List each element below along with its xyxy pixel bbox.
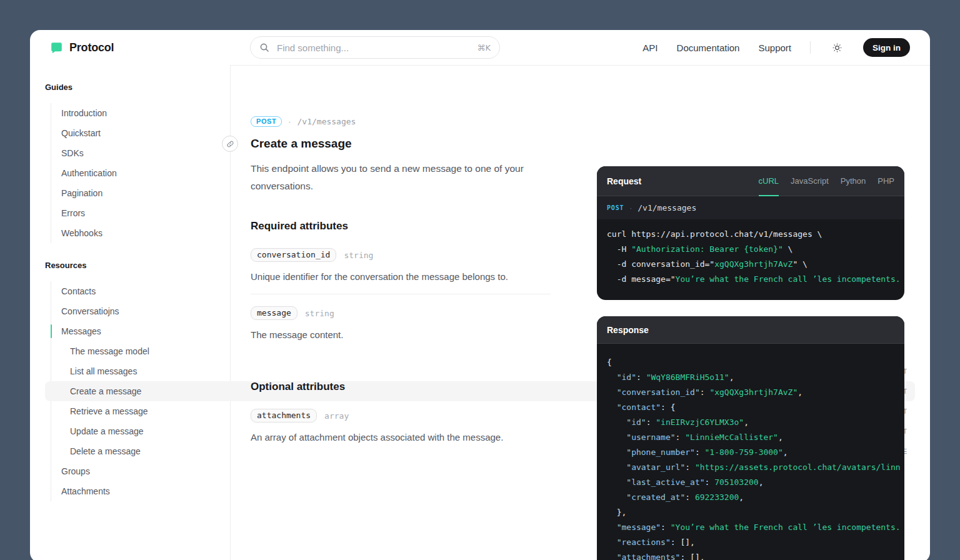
attribute-name: attachments [251,409,317,422]
request-separator: · [629,204,632,212]
nav-link-support[interactable]: Support [758,42,791,53]
tab-curl[interactable]: cURL [759,166,779,196]
attribute-description: Unique identifier for the conversation t… [251,271,508,282]
sidebar-item-introduction[interactable]: Introduction [61,103,915,123]
anchor-link-button[interactable] [222,136,238,152]
app-card: Protocol ⌘K API Documentation Support Si… [30,30,930,560]
search-input[interactable] [276,42,471,54]
page-description: This endpoint allows you to send a new m… [251,160,533,195]
request-method: POST [607,204,624,211]
attribute-name: message [251,306,298,320]
brand-logo[interactable]: Protocol [50,30,114,65]
attribute-type: array [324,411,349,421]
endpoint-path: /v1/messages [298,117,356,126]
request-endpoint-bar: POST · /v1/messages [597,196,904,219]
search-shortcut: ⌘K [477,43,491,52]
search-bar[interactable]: ⌘K [250,36,500,59]
header-divider [230,65,930,66]
tab-javascript[interactable]: JavaScript [791,166,829,196]
page-title: Create a message [251,137,352,151]
link-icon [226,140,234,148]
language-tabs: cURL JavaScript Python PHP [759,166,894,196]
endpoint-separator: · [288,117,291,126]
attribute-name: conversation_id [251,248,336,262]
attribute-row: conversation_id string [251,248,373,262]
response-panel-title: Response [607,325,649,335]
attribute-row: attachments array [251,409,349,422]
sign-in-button[interactable]: Sign in [863,38,910,57]
attribute-description: An array of attachment objects associate… [251,432,503,442]
attribute-row: message string [251,306,334,320]
nav-link-documentation[interactable]: Documentation [677,42,740,53]
brand-name: Protocol [69,41,114,54]
optional-attributes-heading: Optional attributes [251,381,345,393]
request-path: /v1/messages [638,203,696,212]
response-panel-header: Response [597,316,904,344]
attribute-type: string [305,309,334,318]
response-panel: Response { "id": "WqY86BMFRiH5o11", "con… [597,316,904,560]
sidebar-item-quickstart[interactable]: Quickstart [61,123,915,143]
theme-toggle-button[interactable] [829,40,844,55]
response-code-block: { "id": "WqY86BMFRiH5o11", "conversation… [597,344,904,560]
attribute-divider [251,294,551,294]
attribute-description: The message content. [251,329,343,340]
method-badge-post: POST [251,116,282,127]
top-nav: API Documentation Support Sign in [642,30,910,65]
section-title-guides: Guides [45,82,915,92]
endpoint-row: POST · /v1/messages [251,116,356,127]
sun-icon [832,42,842,53]
tab-php[interactable]: PHP [878,166,894,196]
required-attributes-heading: Required attributes [251,220,348,232]
tab-python[interactable]: Python [841,166,866,196]
chat-bubble-icon [50,41,63,54]
request-code-block: curl https://api.protocol.chat/v1/messag… [597,219,904,287]
search-icon [259,42,269,52]
nav-divider [810,41,811,54]
request-panel-title: Request [607,176,641,186]
nav-link-api[interactable]: API [642,42,658,53]
attribute-type: string [344,251,373,260]
request-panel: Request cURL JavaScript Python PHP POST … [597,166,904,300]
request-panel-header: Request cURL JavaScript Python PHP [597,166,904,196]
